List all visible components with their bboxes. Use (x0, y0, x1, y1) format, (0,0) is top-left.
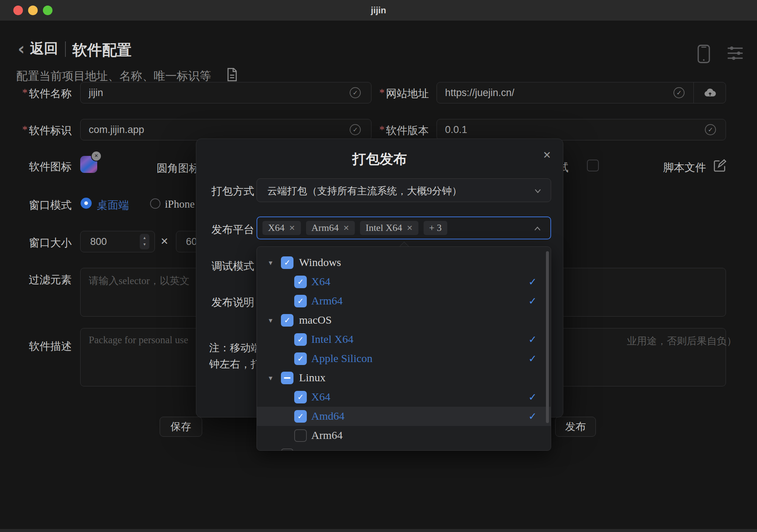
platform-tag[interactable]: Intel X64 ✕ (360, 221, 418, 235)
tag-remove-icon[interactable]: ✕ (289, 224, 295, 232)
stepper-up-icon[interactable]: ▴ (140, 234, 149, 241)
tree-label[interactable]: Arm64 (311, 429, 343, 441)
tree-row-linux-x64[interactable]: ✓ X64 ✓ (257, 388, 551, 407)
tree-label[interactable]: Intel X64 (311, 333, 353, 345)
cloud-upload-button[interactable] (693, 82, 726, 103)
tree-label[interactable]: Arm64 (311, 294, 343, 307)
checkbox-checked-icon[interactable]: ✓ (294, 410, 307, 423)
valid-check-icon: ✓ (350, 87, 361, 98)
iphone-radio[interactable] (150, 198, 160, 209)
tree-row-partial[interactable] (257, 445, 551, 451)
checkbox-unchecked-icon[interactable] (281, 449, 293, 451)
checkbox-checked-icon[interactable]: ✓ (281, 256, 293, 269)
checkbox-checked-icon[interactable]: ✓ (294, 391, 307, 403)
checkbox-unchecked-icon[interactable] (294, 429, 307, 442)
edit-script-icon[interactable] (713, 159, 727, 172)
tree-row-windows-x64[interactable]: ✓ X64 ✓ (257, 272, 551, 291)
tag-remove-icon[interactable]: ✕ (343, 224, 349, 232)
window-mode-label: 窗口模式 (29, 198, 72, 213)
tag-remove-icon[interactable]: ✕ (407, 224, 413, 232)
tree-row-linux-amd64[interactable]: ✓ Amd64 ✓ (257, 407, 551, 426)
window-title: jijin (0, 0, 757, 21)
tree-label[interactable]: X64 (311, 391, 330, 403)
platform-tag-label: Intel X64 (366, 222, 402, 233)
filter-label: 过滤元素 (29, 273, 72, 287)
version-label: 软件版本 (386, 123, 429, 138)
checkbox-indeterminate-icon[interactable] (281, 372, 293, 384)
doc-icon[interactable] (226, 68, 238, 81)
desktop-radio[interactable] (81, 198, 92, 209)
tree-label[interactable]: Windows (299, 256, 341, 269)
package-method-select[interactable]: 云端打包（支持所有主流系统，大概9分钟） (257, 178, 551, 202)
page-title: 软件配置 (72, 40, 132, 60)
platform-tag-label: Arm64 (312, 222, 339, 233)
desktop-radio-label[interactable]: 桌面端 (97, 198, 129, 213)
width-stepper[interactable]: ▴ ▾ (140, 234, 149, 249)
tree-row-macos[interactable]: ▼ ✓ macOS (257, 311, 551, 330)
checkbox-checked-icon[interactable]: ✓ (294, 333, 307, 346)
script-file-label: 脚本文件 (663, 160, 706, 175)
publish-button[interactable]: 发布 (555, 417, 596, 437)
back-button[interactable]: ‹ 返回 (18, 39, 58, 58)
remove-icon-badge[interactable]: ✕ (91, 151, 102, 161)
dialog-title: 打包发布 (196, 150, 563, 168)
back-label: 返回 (30, 39, 58, 58)
caret-down-icon[interactable]: ▼ (269, 375, 272, 381)
app-id-input[interactable]: com.jijin.app ✓ (80, 119, 371, 140)
stepper-down-icon[interactable]: ▾ (140, 241, 149, 247)
tree-label[interactable]: macOS (299, 314, 332, 326)
caret-down-icon[interactable]: ▼ (269, 318, 272, 323)
scrollbar-thumb[interactable] (546, 251, 549, 423)
checkbox-checked-icon[interactable]: ✓ (294, 295, 307, 307)
selected-check-icon: ✓ (528, 276, 537, 287)
tree-label[interactable]: X64 (311, 275, 330, 288)
description-label: 软件描述 (29, 339, 72, 354)
platform-tag-label: X64 (268, 222, 285, 233)
debug-checkbox[interactable] (587, 160, 599, 171)
page-subtitle: 配置当前项目地址、名称、唯一标识等 (16, 68, 211, 84)
description-placeholder-left: Package for personal use (89, 334, 188, 346)
package-method-label: 打包方式 (211, 184, 254, 199)
tree-row-macos-apple-silicon[interactable]: ✓ Apple Silicon ✓ (257, 349, 551, 368)
valid-check-icon: ✓ (673, 87, 685, 98)
chevron-up-icon (533, 224, 542, 233)
selected-check-icon: ✓ (528, 410, 537, 422)
checkbox-checked-icon[interactable]: ✓ (294, 276, 307, 288)
tree-label[interactable]: Apple Silicon (311, 352, 373, 365)
rounded-icon-label: 圆角图标 (157, 161, 200, 176)
required-asterisk: * (22, 123, 28, 136)
required-asterisk: * (379, 86, 385, 99)
app-id-value: com.jijin.app (89, 124, 144, 136)
platform-tag[interactable]: X64 ✕ (262, 221, 301, 235)
tree-label[interactable]: Amd64 (311, 410, 344, 422)
version-input[interactable]: 0.0.1 ✓ (437, 119, 726, 140)
checkbox-checked-icon[interactable]: ✓ (281, 314, 293, 327)
phone-preview-button[interactable] (697, 44, 710, 64)
selected-check-icon: ✓ (528, 353, 537, 364)
cloud-upload-icon (704, 87, 716, 98)
selected-check-icon: ✓ (528, 334, 537, 345)
iphone-radio-label[interactable]: iPhone (165, 198, 195, 210)
app-name-input[interactable]: jijin ✓ (80, 82, 371, 103)
save-button[interactable]: 保存 (160, 417, 202, 437)
release-notes-label: 发布说明 (211, 295, 254, 310)
valid-check-icon: ✓ (705, 124, 716, 135)
checkbox-checked-icon[interactable]: ✓ (294, 352, 307, 365)
tree-row-windows[interactable]: ▼ ✓ Windows (257, 253, 551, 272)
app-name-label: 软件名称 (29, 86, 72, 101)
platforms-multiselect[interactable]: X64 ✕ Arm64 ✕ Intel X64 ✕ + 3 (257, 216, 551, 239)
tree-row-linux[interactable]: ▼ Linux (257, 368, 551, 388)
caret-down-icon[interactable]: ▼ (269, 260, 272, 266)
site-url-input[interactable]: https://juejin.cn/ ✓ (437, 82, 694, 103)
package-method-value: 云端打包（支持所有主流系统，大概9分钟） (267, 184, 462, 198)
required-asterisk: * (379, 123, 385, 136)
tree-row-macos-intel[interactable]: ✓ Intel X64 ✓ (257, 330, 551, 349)
dialog-close-icon[interactable]: ✕ (543, 149, 551, 161)
tree-label[interactable]: Linux (299, 371, 326, 384)
platform-tag[interactable]: Arm64 ✕ (306, 221, 355, 235)
app-icon-label: 软件图标 (29, 160, 72, 174)
settings-sliders-icon[interactable] (727, 45, 744, 61)
tree-row-linux-arm64[interactable]: Arm64 (257, 426, 551, 445)
tree-row-windows-arm64[interactable]: ✓ Arm64 ✓ (257, 291, 551, 311)
window-width-input[interactable]: 800 ▴ ▾ (80, 231, 155, 252)
